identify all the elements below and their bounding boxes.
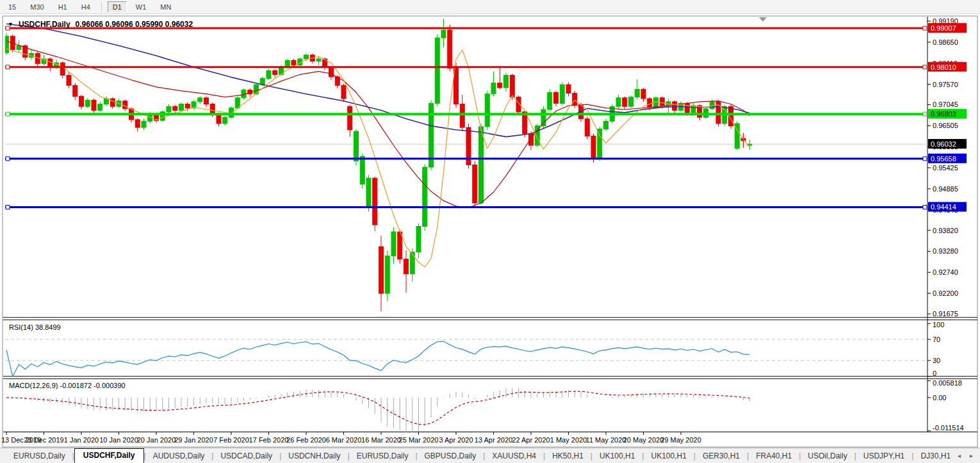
svg-text:0.93820: 0.93820 <box>933 227 958 234</box>
svg-text:0.98010: 0.98010 <box>931 63 956 71</box>
svg-text:0.00: 0.00 <box>933 394 946 402</box>
tab-uk100-h1[interactable]: UK100,H1 <box>644 450 693 463</box>
candle <box>735 121 739 150</box>
tab-eurusd-daily[interactable]: EURUSD,Daily <box>6 450 72 463</box>
svg-text:0.92740: 0.92740 <box>933 268 958 276</box>
tab-eurusd-daily[interactable]: EURUSD,Daily <box>350 450 416 463</box>
svg-text:0.96803: 0.96803 <box>931 110 956 118</box>
svg-text:0.96505: 0.96505 <box>933 122 958 129</box>
svg-text:29 Jan 2020: 29 Jan 2020 <box>174 436 213 444</box>
trading-terminal: 15M30H1H4D1W1MN 0.991900.986500.981100.9… <box>0 0 980 463</box>
svg-text:0.005818: 0.005818 <box>933 379 962 387</box>
tab-uk100-h1[interactable]: UK100,H1 <box>592 450 642 463</box>
svg-text:6 Mar 2020: 6 Mar 2020 <box>326 436 362 444</box>
svg-text:0: 0 <box>933 370 936 377</box>
timeframe-button-mn[interactable]: MN <box>155 1 176 13</box>
chart-symbol-period: USDCHF,Daily <box>19 20 70 29</box>
chart-title: ▼ USDCHF,Daily 0.96066 0.96096 0.95990 0… <box>8 20 193 29</box>
timeframe-button-d1[interactable]: D1 <box>108 1 127 13</box>
svg-text:1 May 2020: 1 May 2020 <box>550 436 587 444</box>
chart-canvas[interactable]: 0.991900.986500.981100.975700.970450.965… <box>0 15 980 448</box>
svg-text:0.93280: 0.93280 <box>933 247 958 255</box>
candle <box>354 129 359 165</box>
tab-fra40-h1[interactable]: FRA40,H1 <box>749 450 799 463</box>
candle <box>585 117 589 139</box>
svg-text:3 Apr 2020: 3 Apr 2020 <box>439 436 473 444</box>
svg-text:0.98650: 0.98650 <box>933 38 958 46</box>
tab-hk50-h1[interactable]: HK50,H1 <box>545 450 591 463</box>
svg-text:0.99007: 0.99007 <box>931 24 956 32</box>
toolbar-divider <box>101 2 102 12</box>
chart-tabs: EURUSD,Daily|USDCHF,Daily|AUDUSD,Daily|U… <box>0 448 980 463</box>
svg-text:100: 100 <box>933 321 944 329</box>
candle <box>435 34 439 106</box>
svg-text:16 Mar 2020: 16 Mar 2020 <box>361 436 401 444</box>
svg-text:0.91675: 0.91675 <box>933 310 958 318</box>
tab-usdcad-daily[interactable]: USDCAD,Daily <box>213 450 279 463</box>
svg-text:-0.011514: -0.011514 <box>933 424 964 432</box>
macd-indicator-label: MACD(12,26,9) -0.001872 -0.000390 <box>9 382 126 389</box>
current-price-badge: 0.96032 <box>928 139 967 149</box>
svg-text:11 May 2020: 11 May 2020 <box>586 436 626 444</box>
tab-usdcnh-daily[interactable]: USDCNH,Daily <box>281 450 347 463</box>
timeframe-button-h1[interactable]: H1 <box>53 1 72 13</box>
tab-scroll-right-icon[interactable]: ▸ <box>970 452 973 459</box>
timeframe-button-h4[interactable]: H4 <box>76 1 95 13</box>
timeframe-button-w1[interactable]: W1 <box>131 1 152 13</box>
svg-text:20 May 2020: 20 May 2020 <box>623 436 664 444</box>
svg-text:1 Jan 2020: 1 Jan 2020 <box>64 436 99 444</box>
svg-text:0.94414: 0.94414 <box>931 203 956 211</box>
svg-text:0.96032: 0.96032 <box>931 140 956 148</box>
tab-scroll-left-icon[interactable]: ◂ <box>958 452 961 459</box>
chart-dropdown-icon[interactable]: ▼ <box>8 21 13 28</box>
candle <box>548 89 552 111</box>
svg-text:0.97045: 0.97045 <box>933 101 958 108</box>
chart-frame <box>3 16 977 447</box>
candle <box>385 250 389 301</box>
timeframe-bar: 15M30H1H4D1W1MN <box>0 0 980 14</box>
chart-window[interactable]: 0.991900.986500.981100.975700.970450.965… <box>0 15 980 448</box>
svg-text:0.92200: 0.92200 <box>933 289 958 297</box>
tab-gbpusd-daily[interactable]: GBPUSD,Daily <box>418 450 484 463</box>
timeframe-button-15[interactable]: 15 <box>3 1 21 13</box>
svg-text:0.95658: 0.95658 <box>931 155 956 163</box>
candle <box>473 161 477 207</box>
svg-text:10 Jan 2020: 10 Jan 2020 <box>99 436 138 444</box>
tab-audusd-daily[interactable]: AUDUSD,Daily <box>146 450 212 463</box>
svg-text:20 Jan 2020: 20 Jan 2020 <box>137 436 176 444</box>
svg-text:17 Feb 2020: 17 Feb 2020 <box>249 436 289 444</box>
candle <box>629 95 633 108</box>
svg-text:29 May 2020: 29 May 2020 <box>660 436 701 444</box>
svg-text:0.94885: 0.94885 <box>933 185 958 193</box>
svg-text:25 Mar 2020: 25 Mar 2020 <box>399 436 439 444</box>
svg-text:0.95425: 0.95425 <box>933 164 958 172</box>
svg-text:23 Dec 2019: 23 Dec 2019 <box>24 436 63 444</box>
tab-usdchf-daily[interactable]: USDCHF,Daily <box>74 448 144 463</box>
candle <box>448 24 452 71</box>
chart-ohlc-values: 0.96066 0.96096 0.95990 0.96032 <box>76 20 193 29</box>
svg-text:0.97570: 0.97570 <box>933 81 958 88</box>
candle <box>92 99 96 113</box>
candle <box>160 110 165 122</box>
svg-text:13 Apr 2020: 13 Apr 2020 <box>475 436 512 444</box>
candle <box>560 82 564 105</box>
candle <box>366 175 371 211</box>
candle <box>266 69 271 80</box>
candle <box>485 91 489 130</box>
tab-usoil-daily[interactable]: USOil,Daily <box>801 450 854 463</box>
candle <box>429 100 434 170</box>
svg-text:26 Feb 2020: 26 Feb 2020 <box>286 436 326 444</box>
tab-usdjpy-h1[interactable]: USDJPY,H1 <box>856 450 911 463</box>
tab-ger30-h1[interactable]: GER30,H1 <box>696 450 747 463</box>
tab-xauusd-h4[interactable]: XAUUSD,H4 <box>485 450 543 463</box>
svg-text:22 Apr 2020: 22 Apr 2020 <box>512 436 550 444</box>
timeframe-button-m30[interactable]: M30 <box>25 1 49 13</box>
rsi-indicator-label: RSI(14) 38.8499 <box>9 323 61 331</box>
svg-text:30: 30 <box>933 357 940 364</box>
svg-text:70: 70 <box>933 336 940 343</box>
candle <box>423 164 427 231</box>
candle <box>373 177 377 231</box>
tab-dj30-h1[interactable]: DJ30,H1 <box>913 450 958 463</box>
svg-text:7 Feb 2020: 7 Feb 2020 <box>213 436 249 444</box>
